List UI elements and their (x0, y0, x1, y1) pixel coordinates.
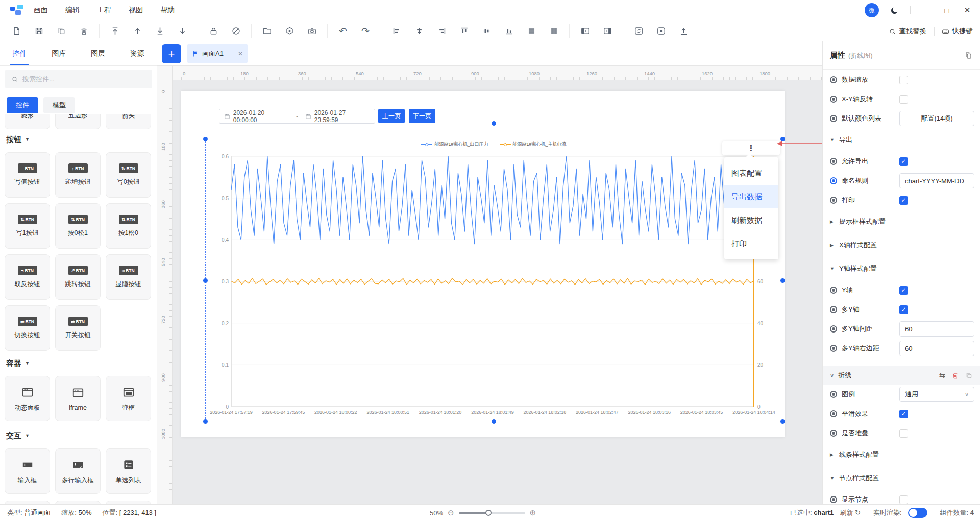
menu-item-工程[interactable]: 工程 (97, 6, 111, 15)
line-chart-widget[interactable]: 能源站1#离心机_出口压力能源站1#离心机_主机电流 00.10.20.30.4… (205, 139, 782, 421)
toggle-left-panel-icon[interactable] (578, 24, 592, 38)
data-zoom-checkbox[interactable] (899, 76, 908, 84)
selection-handle[interactable] (203, 419, 208, 424)
redo-icon[interactable]: ↷ (358, 24, 373, 38)
legend-type-select[interactable]: 通用∨ (899, 387, 974, 402)
legend-item[interactable]: 能源站1#离心机_主机电流 (500, 141, 567, 148)
group-icon[interactable] (260, 24, 274, 38)
prop-line-series-section[interactable]: ∨折线⇆ (823, 366, 980, 385)
run-icon[interactable] (654, 24, 668, 38)
control-card-多行输入框[interactable]: 多行输入框 (55, 448, 101, 494)
menu-item-编辑[interactable]: 编辑 (65, 6, 80, 15)
control-card-跳转按钮[interactable]: ↗BTN跳转按钮 (55, 254, 101, 300)
control-card-显隐按钮[interactable]: ≈BTN显隐按钮 (106, 254, 151, 300)
control-card-取反按钮[interactable]: ¬BTN取反按钮 (5, 254, 50, 300)
hide-icon[interactable] (229, 24, 243, 38)
canvas-viewport[interactable]: 018036054072090010801260144016201800 018… (157, 66, 822, 504)
naming-rule-input[interactable]: chart-YYYY-MM-DD (899, 173, 974, 188)
left-tab-图层[interactable]: 图层 (89, 41, 107, 65)
screen-page[interactable]: 2026-01-20 00:00:00 - 2026-01-27 23:59:5… (181, 91, 785, 437)
allow-export-checkbox[interactable]: ✓ (899, 157, 908, 166)
component-add-icon[interactable] (282, 24, 297, 38)
chart-more-button[interactable]: ⋮ (722, 141, 780, 155)
move-down-icon[interactable] (175, 24, 189, 38)
preview-icon[interactable] (631, 24, 646, 38)
control-card-切换按钮[interactable]: ⇌BTN切换按钮 (5, 305, 50, 351)
control-card-箭头[interactable]: 箭头 (106, 114, 151, 129)
prop-tooltip-style-section[interactable]: ▶提示框样式配置 (823, 210, 980, 233)
prop-line-style-section[interactable]: ▶线条样式配置 (823, 443, 980, 466)
control-card[interactable] (55, 501, 101, 504)
toggle-right-panel-icon[interactable] (600, 24, 615, 38)
control-card-按0松1[interactable]: ⇅BTN按0松1 (55, 203, 101, 249)
menu-item-打印[interactable]: 打印 (724, 232, 778, 255)
distribute-rows-icon[interactable] (524, 24, 538, 38)
multi-y-gap-input[interactable]: 60 (899, 321, 974, 337)
menu-item-视图[interactable]: 视图 (129, 6, 143, 15)
print-checkbox[interactable]: ✓ (899, 196, 908, 205)
align-left-icon[interactable] (389, 24, 404, 38)
next-page-button[interactable]: 下一页 (409, 109, 435, 123)
selection-handle[interactable] (203, 278, 208, 283)
align-center-icon[interactable] (412, 24, 426, 38)
control-card-输入框[interactable]: 输入框 (5, 448, 50, 494)
align-bottom-icon[interactable] (502, 24, 516, 38)
delete-series-icon[interactable] (951, 372, 959, 380)
find-replace-button[interactable]: 查找替换 (889, 27, 927, 36)
left-tab-资源[interactable]: 资源 (128, 41, 146, 65)
multi-y-right-margin-input[interactable]: 60 (899, 341, 974, 356)
lock-icon[interactable] (206, 24, 220, 38)
control-card-写值按钮[interactable]: =BTN写值按钮 (5, 152, 50, 198)
prop-export-section[interactable]: ▼导出 (823, 128, 980, 152)
prop-xaxis-style-section[interactable]: ▶X轴样式配置 (823, 233, 980, 257)
zoom-in-icon[interactable]: ⊕ (530, 508, 536, 517)
delete-icon[interactable] (77, 24, 91, 38)
control-card-开关按钮[interactable]: ⇌BTN开关按钮 (55, 305, 101, 351)
smooth-checkbox[interactable]: ✓ (899, 410, 908, 418)
control-card-写0按钮[interactable]: ↻BTN写0按钮 (106, 152, 151, 198)
bring-to-front-icon[interactable] (108, 24, 122, 38)
control-card-按1松0[interactable]: ⇅BTN按1松0 (106, 203, 151, 249)
screen-tab[interactable]: 画面A1 ✕ (187, 44, 248, 63)
selection-handle[interactable] (203, 137, 208, 141)
avatar[interactable]: 微 (865, 3, 879, 17)
screenshot-icon[interactable] (305, 24, 319, 38)
date-range-input[interactable]: 2026-01-20 00:00:00 - 2026-01-27 23:59:5… (219, 109, 375, 124)
minimize-button[interactable]: ─ (922, 6, 931, 15)
selection-handle[interactable] (492, 419, 496, 424)
new-screen-icon[interactable] (9, 24, 23, 38)
default-color-list-button[interactable]: 配置(14项) (899, 111, 974, 126)
align-top-icon[interactable] (457, 24, 471, 38)
section-header-交互[interactable]: 交互▼ (0, 428, 157, 443)
control-card-iframe[interactable]: iframe (55, 376, 101, 421)
align-right-icon[interactable] (434, 24, 449, 38)
menu-item-刷新数据[interactable]: 刷新数据 (724, 208, 778, 232)
control-card-五边形[interactable]: 五边形 (55, 114, 101, 129)
publish-icon[interactable] (676, 24, 691, 38)
prop-node-style-section[interactable]: ▼节点样式配置 (823, 466, 980, 490)
legend-item[interactable]: 能源站1#离心机_出口压力 (421, 141, 488, 148)
multi-y-checkbox[interactable]: ✓ (899, 305, 908, 314)
swap-series-icon[interactable]: ⇆ (939, 371, 945, 380)
toggle-controls[interactable]: 控件 (7, 97, 38, 113)
menu-item-画面[interactable]: 画面 (34, 6, 48, 15)
add-screen-button[interactable]: + (162, 44, 181, 63)
copy-icon[interactable] (54, 24, 68, 38)
selection-handle[interactable] (492, 121, 496, 126)
control-card-菱形[interactable]: 菱形 (5, 114, 50, 129)
section-header-容器[interactable]: 容器▼ (0, 356, 157, 371)
undo-icon[interactable]: ↶ (336, 24, 350, 38)
control-card-写1按钮[interactable]: ⇅BTN写1按钮 (5, 203, 50, 249)
prop-yaxis-style-section[interactable]: ▼Y轴样式配置 (823, 257, 980, 280)
left-tab-控件[interactable]: 控件 (10, 41, 29, 65)
control-card-动态面板[interactable]: 动态面板 (5, 376, 50, 421)
xy-invert-checkbox[interactable] (899, 95, 908, 104)
distribute-cols-icon[interactable] (547, 24, 561, 38)
send-to-back-icon[interactable] (153, 24, 167, 38)
search-input[interactable]: 搜索控件... (5, 70, 152, 88)
close-tab-icon[interactable]: ✕ (238, 50, 243, 57)
maximize-button[interactable]: □ (942, 6, 951, 15)
align-middle-icon[interactable] (479, 24, 494, 38)
zoom-slider[interactable] (459, 512, 525, 514)
selection-handle[interactable] (780, 137, 785, 141)
